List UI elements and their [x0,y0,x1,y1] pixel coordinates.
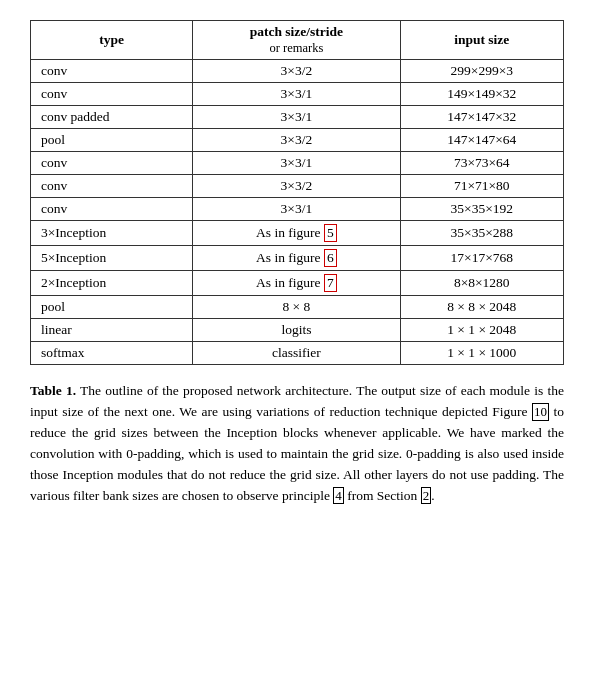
cell-patch: 3×3/1 [193,106,400,129]
architecture-table: type patch size/stride or remarks input … [30,20,564,365]
cell-type: conv [31,83,193,106]
cell-input: 149×149×32 [400,83,563,106]
figure-ref-highlight: 7 [324,274,337,292]
caption-label: Table 1. [30,383,76,398]
caption-ref1: 10 [532,403,549,421]
table-row: softmaxclassifier1 × 1 × 1000 [31,342,564,365]
col-patch-header: patch size/stride or remarks [193,21,400,60]
cell-type: pool [31,129,193,152]
table-row: conv padded3×3/1147×147×32 [31,106,564,129]
cell-input: 299×299×3 [400,60,563,83]
cell-patch: classifier [193,342,400,365]
col-input-header: input size [400,21,563,60]
cell-patch: As in figure 7 [193,271,400,296]
table-row: conv3×3/1149×149×32 [31,83,564,106]
cell-type: conv [31,152,193,175]
table-row: conv3×3/173×73×64 [31,152,564,175]
cell-type: conv padded [31,106,193,129]
caption-text3: from Section [344,488,421,503]
col-type-header: type [31,21,193,60]
cell-type: 3×Inception [31,221,193,246]
cell-input: 35×35×288 [400,221,563,246]
cell-patch: 3×3/2 [193,60,400,83]
cell-input: 17×17×768 [400,246,563,271]
table-caption: Table 1. The outline of the proposed net… [30,381,564,507]
caption-ref3: 2 [421,487,432,505]
table-row: conv3×3/2299×299×3 [31,60,564,83]
caption-text4: . [431,488,434,503]
table-row: linearlogits1 × 1 × 2048 [31,319,564,342]
cell-input: 73×73×64 [400,152,563,175]
cell-input: 35×35×192 [400,198,563,221]
caption-text1: The outline of the proposed network arch… [30,383,564,419]
cell-patch: logits [193,319,400,342]
cell-patch: 3×3/1 [193,198,400,221]
table-row: 5×InceptionAs in figure 617×17×768 [31,246,564,271]
table-row: pool8 × 88 × 8 × 2048 [31,296,564,319]
cell-patch: As in figure 5 [193,221,400,246]
col-patch-sub: or remarks [270,41,324,55]
table-row: conv3×3/135×35×192 [31,198,564,221]
table-row: 3×InceptionAs in figure 535×35×288 [31,221,564,246]
cell-type: conv [31,175,193,198]
table: type patch size/stride or remarks input … [30,20,564,365]
cell-patch: 3×3/1 [193,152,400,175]
col-patch-main: patch size/stride [250,24,343,39]
cell-patch: 3×3/2 [193,129,400,152]
table-row: conv3×3/271×71×80 [31,175,564,198]
cell-input: 8×8×1280 [400,271,563,296]
cell-patch: 3×3/1 [193,83,400,106]
cell-input: 71×71×80 [400,175,563,198]
table-row: pool3×3/2147×147×64 [31,129,564,152]
cell-input: 1 × 1 × 1000 [400,342,563,365]
figure-ref-highlight: 6 [324,249,337,267]
cell-patch: As in figure 6 [193,246,400,271]
cell-type: conv [31,198,193,221]
cell-patch: 8 × 8 [193,296,400,319]
cell-type: softmax [31,342,193,365]
table-row: 2×InceptionAs in figure 78×8×1280 [31,271,564,296]
cell-patch: 3×3/2 [193,175,400,198]
cell-input: 1 × 1 × 2048 [400,319,563,342]
cell-type: 2×Inception [31,271,193,296]
caption-ref2: 4 [333,487,344,505]
cell-type: conv [31,60,193,83]
cell-input: 147×147×64 [400,129,563,152]
cell-type: linear [31,319,193,342]
cell-input: 8 × 8 × 2048 [400,296,563,319]
cell-input: 147×147×32 [400,106,563,129]
cell-type: pool [31,296,193,319]
figure-ref-highlight: 5 [324,224,337,242]
cell-type: 5×Inception [31,246,193,271]
